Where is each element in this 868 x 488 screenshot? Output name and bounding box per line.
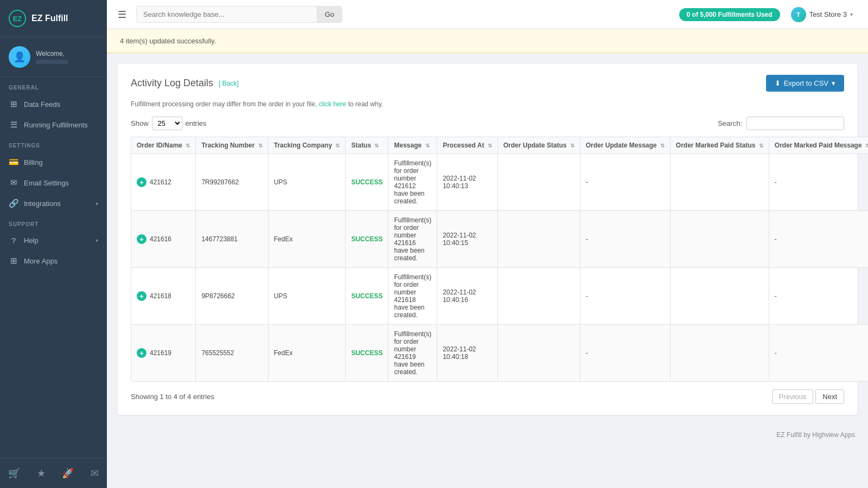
cell-order-marked-paid-message: - xyxy=(769,211,868,268)
cell-tracking-company: UPS xyxy=(268,154,346,211)
cell-order-marked-paid-status xyxy=(670,154,769,211)
table-row: + 421612 7R99287662 UPS SUCCESS Fulfillm… xyxy=(131,154,869,211)
cell-status: SUCCESS xyxy=(346,154,388,211)
rocket-icon[interactable]: 🚀 xyxy=(60,465,76,481)
col-message: Message ⇅ xyxy=(388,137,437,154)
sort-icon: ⇅ xyxy=(425,143,430,149)
cart-icon[interactable]: 🛒 xyxy=(6,465,22,481)
sidebar-item-help[interactable]: ? Help ▾ xyxy=(0,230,107,251)
cell-status: SUCCESS xyxy=(346,268,388,325)
list-icon: ☰ xyxy=(9,120,18,130)
cell-order-update-status xyxy=(497,211,580,268)
sidebar: EZ EZ Fulfill 👤 Welcome, GENERAL ⊞ Data … xyxy=(0,0,107,488)
col-order-marked-paid-message: Order Marked Paid Message ⇅ xyxy=(769,137,868,154)
sort-icon: ⇅ xyxy=(488,143,492,149)
sidebar-item-running-fulfillments[interactable]: ☰ Running Fulfillments xyxy=(0,114,107,135)
row-expand-button[interactable]: + xyxy=(137,234,146,244)
menu-toggle-button[interactable]: ☰ xyxy=(118,9,126,21)
sidebar-item-billing[interactable]: 💳 Billing xyxy=(0,152,107,172)
cell-order-update-message: - xyxy=(580,211,670,268)
sort-icon: ⇅ xyxy=(335,143,340,149)
cell-order-update-message: - xyxy=(580,268,670,325)
page-title: Activity Log Details xyxy=(131,78,213,89)
billing-icon: 💳 xyxy=(9,157,18,167)
search-go-button[interactable]: Go xyxy=(317,7,342,22)
cell-tracking-company: FedEx xyxy=(268,325,346,382)
app-name: EZ Fulfill xyxy=(31,14,68,23)
cell-order-marked-paid-message: - xyxy=(769,325,868,382)
cell-tracking-company: FedEx xyxy=(268,211,346,268)
cell-order-update-status xyxy=(497,268,580,325)
search-input[interactable] xyxy=(137,7,317,22)
sidebar-item-email-settings[interactable]: ✉ Email Settings xyxy=(0,172,107,193)
table-controls: Show 10 25 50 100 entries Search: xyxy=(131,117,844,130)
section-general: GENERAL xyxy=(0,77,107,94)
sidebar-item-label: Email Settings xyxy=(24,179,98,187)
col-tracking-company: Tracking Company ⇅ xyxy=(268,137,346,154)
row-expand-button[interactable]: + xyxy=(137,177,146,187)
activity-log-table: Order ID/Name ⇅ Tracking Number ⇅ Tracki… xyxy=(131,137,868,382)
cell-order-update-message: - xyxy=(580,325,670,382)
sidebar-item-label: Running Fulfillments xyxy=(24,121,98,129)
cell-processed-at: 2022-11-02 10:40:15 xyxy=(437,211,498,268)
main-area: ☰ Go 0 of 5,000 Fulfillments Used T Test… xyxy=(107,0,868,488)
table-header-row: Order ID/Name ⇅ Tracking Number ⇅ Tracki… xyxy=(131,137,869,154)
sort-icon: ⇅ xyxy=(186,143,190,149)
sidebar-item-more-apps[interactable]: ⊞ More Apps xyxy=(0,251,107,271)
success-message: 4 item(s) updated successfully. xyxy=(120,37,216,45)
store-avatar: T xyxy=(791,7,806,22)
user-name-placeholder xyxy=(36,60,68,64)
cell-order-update-message: - xyxy=(580,154,670,211)
sidebar-item-data-feeds[interactable]: ⊞ Data Feeds xyxy=(0,94,107,114)
chevron-down-icon: ▾ xyxy=(95,237,98,243)
download-icon: ⬇ xyxy=(775,79,781,87)
logo-area: EZ EZ Fulfill xyxy=(0,0,107,37)
export-csv-button[interactable]: ⬇ Export to CSV ▾ xyxy=(766,75,844,92)
cell-message: Fulfillment(s) for order number 421618 h… xyxy=(388,268,437,325)
cell-order-marked-paid-message: - xyxy=(769,154,868,211)
table-row: + 421619 765525552 FedEx SUCCESS Fulfill… xyxy=(131,325,869,382)
next-button[interactable]: Next xyxy=(815,389,844,404)
entries-select[interactable]: 10 25 50 100 xyxy=(152,117,182,130)
cell-status: SUCCESS xyxy=(346,325,388,382)
cell-tracking-number: 9P8726662 xyxy=(196,268,268,325)
table-row: + 421618 9P8726662 UPS SUCCESS Fulfillme… xyxy=(131,268,869,325)
star-icon[interactable]: ★ xyxy=(35,465,48,481)
sidebar-item-integrations[interactable]: 🔗 Integrations ▾ xyxy=(0,193,107,214)
previous-button[interactable]: Previous xyxy=(772,389,814,404)
row-expand-button[interactable]: + xyxy=(137,348,146,358)
sidebar-item-label: Help xyxy=(24,236,90,245)
row-expand-button[interactable]: + xyxy=(137,291,146,301)
cell-processed-at: 2022-11-02 10:40:18 xyxy=(437,325,498,382)
info-text: Fulfillment processing order may differ … xyxy=(131,100,844,108)
cell-tracking-number: 1467723881 xyxy=(196,211,268,268)
col-order-update-status: Order Update Status ⇅ xyxy=(497,137,580,154)
cell-order-marked-paid-status xyxy=(670,268,769,325)
email-icon: ✉ xyxy=(9,178,18,188)
envelope-icon[interactable]: ✉ xyxy=(88,465,101,481)
show-entries-control: Show 10 25 50 100 entries xyxy=(131,117,207,130)
col-order-update-message: Order Update Message ⇅ xyxy=(580,137,670,154)
col-processed-at: Processed At ⇅ xyxy=(437,137,498,154)
help-icon: ? xyxy=(9,236,18,245)
fulfillments-badge: 0 of 5,000 Fulfillments Used xyxy=(679,8,780,21)
sort-icon: ⇅ xyxy=(374,143,379,149)
table-row: + 421616 1467723881 FedEx SUCCESS Fulfil… xyxy=(131,211,869,268)
avatar: 👤 xyxy=(9,46,30,68)
table-search-input[interactable] xyxy=(746,117,844,130)
chevron-down-icon: ▾ xyxy=(95,201,98,207)
grid-icon: ⊞ xyxy=(9,99,18,109)
back-link[interactable]: [ Back] xyxy=(219,80,239,87)
content-card: Activity Log Details [ Back] ⬇ Export to… xyxy=(118,64,857,415)
cell-tracking-number: 7R99287662 xyxy=(196,154,268,211)
sort-icon: ⇅ xyxy=(258,143,263,149)
cell-processed-at: 2022-11-02 10:40:13 xyxy=(437,154,498,211)
sidebar-bottom: 🛒 ★ 🚀 ✉ xyxy=(0,458,107,488)
click-here-link[interactable]: click here xyxy=(319,100,347,108)
section-support: SUPPORT xyxy=(0,214,107,230)
sidebar-item-label: Data Feeds xyxy=(24,100,98,108)
store-selector[interactable]: T Test Store 3 ▾ xyxy=(787,5,857,24)
sidebar-item-label: More Apps xyxy=(24,257,98,265)
cell-order-id: + 421612 xyxy=(131,154,196,211)
sidebar-item-label: Integrations xyxy=(24,200,90,208)
